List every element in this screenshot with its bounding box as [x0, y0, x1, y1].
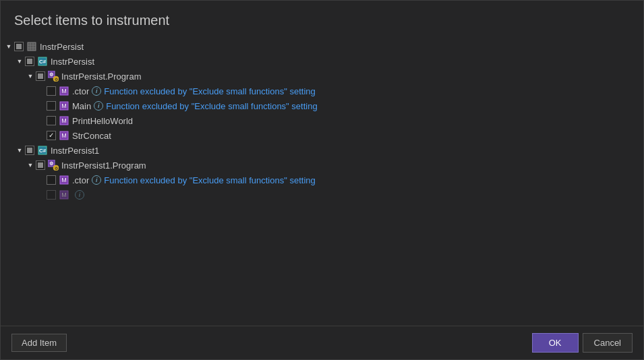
svg-text:M: M	[61, 177, 67, 183]
ns-gear-icon: ⚙ ⚙	[48, 71, 59, 82]
cs-assembly-icon: C#	[37, 56, 48, 67]
cs-assembly-icon: C#	[37, 145, 48, 156]
tree-row[interactable]: M .ctor i Function excluded by "Exclude …	[1, 173, 643, 187]
node-label: InstrPersist	[51, 57, 94, 67]
select-items-dialog: Select items to instrument	[0, 0, 644, 360]
tree-row[interactable]: ⚙ ⚙ InstrPersist.Program	[1, 69, 643, 84]
node-label: Main	[72, 101, 91, 111]
excluded-link[interactable]: Function excluded by "Exclude small func…	[104, 86, 315, 96]
svg-text:M: M	[61, 102, 67, 109]
expand-icon[interactable]	[14, 145, 25, 156]
node-label: InstrPersist.Program	[61, 71, 141, 82]
method-icon: M	[59, 86, 69, 96]
checkbox[interactable]	[36, 160, 45, 170]
node-label: .ctor	[72, 175, 89, 185]
expand-icon[interactable]	[25, 160, 36, 171]
method-icon: M	[59, 130, 69, 141]
node-label: InstrPersist	[40, 42, 84, 52]
tree-container[interactable]: InstrPersist C# InstrPersist	[1, 36, 643, 326]
svg-text:⚙: ⚙	[49, 72, 53, 77]
checkbox[interactable]	[25, 146, 34, 155]
svg-text:C#: C#	[39, 148, 47, 154]
node-label: InstrPersist1	[51, 146, 99, 156]
checkbox[interactable]	[47, 86, 56, 96]
tree-row[interactable]: M i	[1, 187, 643, 202]
tree-row[interactable]: M PrintHelloWorld	[1, 113, 643, 128]
svg-text:M: M	[61, 132, 67, 139]
svg-text:⚙: ⚙	[55, 78, 58, 82]
tree-row[interactable]: M .ctor i Function excluded by "Exclude …	[1, 84, 643, 98]
method-icon: M	[59, 115, 69, 126]
method-icon: M	[59, 189, 69, 200]
checkbox[interactable]	[47, 131, 56, 140]
svg-text:M: M	[61, 191, 67, 198]
add-item-button[interactable]: Add Item	[11, 334, 67, 352]
checkbox[interactable]	[47, 175, 56, 185]
tree-row[interactable]: InstrPersist	[1, 39, 643, 54]
checkbox[interactable]	[14, 42, 24, 51]
excluded-link[interactable]: Function excluded by "Exclude small func…	[106, 101, 317, 111]
svg-text:⚙: ⚙	[49, 161, 53, 166]
ns-gear-icon: ⚙ ⚙	[48, 160, 59, 171]
checkbox[interactable]	[47, 101, 56, 111]
method-icon: M	[59, 175, 69, 185]
tree-row[interactable]: M Main i Function excluded by "Exclude s…	[1, 98, 643, 113]
checkbox[interactable]	[47, 190, 56, 200]
svg-rect-0	[28, 42, 36, 51]
method-icon: M	[59, 100, 69, 111]
info-icon[interactable]: i	[92, 86, 101, 96]
expand-icon[interactable]	[3, 41, 14, 52]
assembly-icon	[26, 41, 37, 52]
excluded-link[interactable]: Function excluded by "Exclude small func…	[104, 175, 315, 185]
checkbox[interactable]	[36, 71, 45, 81]
info-icon[interactable]: i	[94, 101, 103, 111]
expand-icon[interactable]	[25, 71, 36, 82]
svg-text:M: M	[61, 117, 67, 124]
svg-text:⚙: ⚙	[55, 167, 58, 171]
checkbox[interactable]	[47, 116, 56, 125]
dialog-title: Select items to instrument	[1, 1, 643, 36]
info-icon[interactable]: i	[75, 190, 84, 200]
node-label: .ctor	[72, 86, 89, 96]
tree-row[interactable]: C# InstrPersist	[1, 54, 643, 69]
footer-buttons: OK Cancel	[532, 333, 633, 353]
node-label: StrConcat	[72, 131, 111, 141]
svg-text:C#: C#	[39, 59, 47, 65]
dialog-footer: Add Item OK Cancel	[1, 326, 643, 359]
tree-row[interactable]: ⚙ ⚙ InstrPersist1.Program	[1, 158, 643, 173]
node-label: PrintHelloWorld	[72, 116, 133, 126]
svg-text:M: M	[61, 88, 67, 94]
node-label: InstrPersist1.Program	[61, 160, 146, 171]
expand-icon[interactable]	[14, 56, 25, 67]
dialog-body: InstrPersist C# InstrPersist	[1, 36, 643, 326]
ok-button[interactable]: OK	[532, 333, 579, 353]
tree-row[interactable]: C# InstrPersist1	[1, 143, 643, 158]
tree-row[interactable]: M StrConcat	[1, 128, 643, 143]
checkbox[interactable]	[25, 57, 34, 66]
cancel-button[interactable]: Cancel	[583, 333, 633, 353]
info-icon[interactable]: i	[92, 175, 101, 185]
